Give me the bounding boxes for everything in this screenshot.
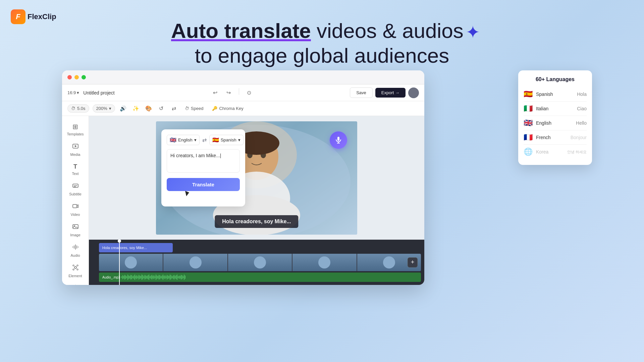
wave-bar [121, 276, 122, 278]
rotate-left-button[interactable]: ↺ [157, 104, 166, 113]
audio-waveform [121, 275, 418, 280]
swap-icon[interactable]: ⇄ [202, 137, 207, 143]
lang-row-spanish: 🇪🇸 Spanish Hola [524, 87, 587, 102]
wave-bar [140, 276, 140, 279]
source-lang-select[interactable]: 🇬🇧 English ▾ [167, 135, 200, 145]
sidebar-label-templates: Templates [67, 132, 84, 136]
italian-greeting: Ciao [577, 106, 587, 111]
subtitle-track: Hola creadores, soy Mike... [99, 243, 421, 252]
wave-bar [160, 275, 160, 279]
translate-input[interactable]: Hi creators, I am Mike...| [167, 149, 240, 173]
sidebar-item-subtitle[interactable]: Subtitle [64, 180, 87, 199]
cursor-icon [185, 191, 189, 196]
wave-bar [173, 276, 173, 279]
wave-bar [162, 276, 162, 279]
sidebar-item-media[interactable]: Media [64, 140, 87, 159]
wave-bar [177, 275, 177, 280]
save-button[interactable]: Save [350, 87, 373, 98]
lang-row: 🇬🇧 English ▾ ⇄ 🇪🇸 Spanish ▾ [167, 135, 240, 145]
wave-bar [169, 276, 169, 279]
hero-subtitle: to engage global audiences [171, 43, 473, 68]
wave-bar [170, 275, 170, 280]
maximize-button[interactable] [82, 75, 86, 79]
subtitle-clip[interactable]: Hola creadores, soy Mike... [99, 243, 173, 252]
wave-bar [149, 275, 149, 280]
sidebar-item-audio[interactable]: Audio [64, 241, 87, 260]
wave-bar [161, 276, 161, 278]
sidebar-item-effect[interactable]: Effect [64, 282, 87, 285]
sidebar-item-video[interactable]: Video [64, 200, 87, 219]
paint-button[interactable]: 🎨 [144, 104, 153, 113]
wave-bar [138, 276, 138, 278]
lang-row-korea: 🌐 Korea 안녕 하세요 [524, 145, 587, 159]
mic-button[interactable] [330, 131, 347, 149]
sparkle-icon: ✦ [466, 22, 480, 43]
wave-bar [153, 276, 153, 279]
audio-icon [72, 244, 79, 252]
wave-bar [139, 275, 139, 280]
avatar[interactable] [408, 87, 419, 98]
logo-icon: F [11, 9, 25, 24]
title-bar [62, 70, 424, 84]
wave-bar [156, 275, 156, 280]
ratio-button[interactable]: 16:9 ▾ [67, 90, 79, 95]
wave-bar [137, 275, 137, 279]
sidebar-item-templates[interactable]: ⊞ Templates [64, 120, 87, 139]
spanish-name: Spanish [536, 92, 574, 97]
sidebar-item-image[interactable]: Image [64, 221, 87, 240]
translate-button[interactable]: Translate [167, 178, 240, 191]
french-flag: 🇫🇷 [524, 133, 533, 142]
wave-bar [182, 275, 182, 279]
element-icon [72, 264, 79, 273]
english-greeting: Hello [576, 120, 587, 126]
wave-bar [129, 276, 130, 279]
minimize-button[interactable] [74, 75, 79, 79]
zoom-select[interactable]: 200% ▾ [93, 104, 115, 113]
sidebar-item-text[interactable]: T Text [64, 161, 87, 178]
source-lang-label: English [178, 137, 193, 142]
content-area: Hola creadores, soy Mike... 🇬🇧 English ▾… [89, 116, 424, 285]
speed-button[interactable]: ⏱ Speed [182, 105, 206, 112]
italian-flag: 🇮🇹 [524, 104, 533, 113]
wave-bar [131, 275, 132, 279]
app-window: 16:9 ▾ Untitled project ↩ ↪ ⊙ Save Expor… [62, 70, 424, 285]
wave-bar [127, 275, 128, 280]
timer-button[interactable]: ⊙ [245, 88, 254, 98]
wave-bar [142, 275, 142, 280]
close-button[interactable] [67, 75, 72, 79]
thumb-face-3 [254, 256, 266, 268]
sidebar-item-element[interactable]: Element [64, 261, 87, 281]
wave-bar [133, 276, 134, 279]
wave-bar [181, 275, 181, 280]
english-name: English [536, 120, 573, 126]
wave-bar [144, 276, 144, 278]
audio-track: Audio_.mp3 [99, 273, 421, 282]
export-button[interactable]: Export → [375, 88, 406, 98]
wave-bar [123, 276, 124, 279]
undo-button[interactable]: ↩ [211, 88, 220, 98]
lang-row-italian: 🇮🇹 Italian Ciao [524, 102, 587, 116]
target-lang-select[interactable]: 🇪🇸 Spanish ▾ [209, 135, 244, 145]
video-thumbnail-4 [292, 254, 356, 271]
svg-marker-1 [75, 145, 77, 147]
target-flag: 🇪🇸 [212, 137, 219, 143]
video-icon [72, 203, 79, 211]
canvas-area: Hola creadores, soy Mike... 🇬🇧 English ▾… [89, 116, 424, 240]
wave-bar [165, 275, 165, 279]
wave-bar [143, 275, 143, 279]
volume-button[interactable]: 🔊 [118, 104, 128, 113]
sidebar-label-subtitle: Subtitle [69, 192, 82, 196]
chroma-key-button[interactable]: 🔑 Chroma Key [209, 105, 246, 112]
wave-bar [132, 276, 133, 278]
add-track-button[interactable]: + [408, 257, 418, 267]
wave-bar [180, 276, 180, 279]
magic-button[interactable]: ✨ [131, 104, 141, 113]
video-thumbnail-2 [163, 254, 227, 271]
wave-bar [184, 275, 184, 280]
thumb-face-4 [318, 256, 330, 268]
wave-bar [174, 275, 174, 280]
english-flag: 🇬🇧 [524, 119, 533, 127]
video-background: Hola creadores, soy Mike... 🇬🇧 English ▾… [156, 121, 357, 235]
redo-button[interactable]: ↪ [224, 88, 233, 98]
flip-button[interactable]: ⇄ [169, 104, 179, 113]
